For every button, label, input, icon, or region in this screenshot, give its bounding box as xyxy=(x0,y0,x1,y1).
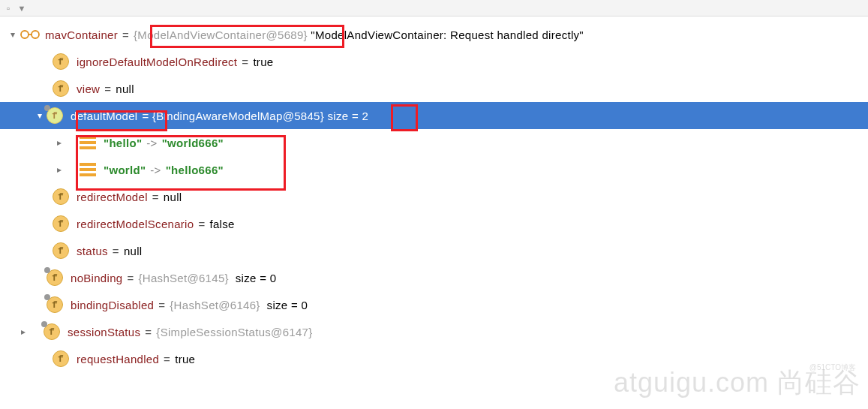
variable-type-prefix: = {BindingAwareModelMap@ xyxy=(143,110,295,122)
field-icon: f xyxy=(53,80,69,97)
variable-name: redirectModel xyxy=(77,191,148,203)
field-icon-wrapper: f xyxy=(47,269,63,286)
variable-value: "ModelAndViewContainer: Request handled … xyxy=(308,29,584,41)
map-key: "world" xyxy=(104,164,146,176)
field-icon: f xyxy=(53,188,69,205)
variable-name: view xyxy=(77,83,100,95)
variable-value: false xyxy=(209,218,234,230)
variable-value: size = 0 xyxy=(229,272,276,284)
expand-arrow-icon[interactable]: ▾ xyxy=(33,110,47,121)
variable-redirectModelScenario[interactable]: f redirectModelScenario = false xyxy=(0,210,868,237)
equals-sign: = xyxy=(122,29,129,41)
variable-view[interactable]: f view = null xyxy=(0,75,868,102)
equals-sign: = xyxy=(104,83,111,95)
variable-redirectModel[interactable]: f redirectModel = null xyxy=(0,183,868,210)
variable-type: {HashSet@6146} xyxy=(170,299,260,311)
map-arrow-icon: -> xyxy=(146,137,157,149)
variable-value: null xyxy=(124,245,143,257)
pin-icon xyxy=(44,294,50,300)
variable-value: null xyxy=(164,191,182,203)
variable-name: requestHandled xyxy=(77,353,159,365)
equals-sign: = xyxy=(152,191,159,203)
field-icon-wrapper: f xyxy=(44,323,60,340)
variable-type: {ModelAndViewContainer@5689} xyxy=(134,29,308,41)
variable-type-id: 5845 xyxy=(294,110,320,122)
equals-sign: = xyxy=(198,218,205,230)
pin-icon xyxy=(41,321,47,327)
map-value: "world666" xyxy=(162,137,224,149)
variable-name: mavContainer xyxy=(45,29,118,41)
map-entry-world[interactable]: ▸ "world" -> "hello666" xyxy=(0,156,868,183)
variable-name: bindingDisabled xyxy=(71,299,154,311)
variable-defaultModel[interactable]: ▾ f defaultModel = {BindingAwareModelMap… xyxy=(0,102,868,129)
debugger-toolbar: ▫ ▼ xyxy=(0,0,868,17)
variable-bindingDisabled[interactable]: ▸ f bindingDisabled = {HashSet@6146} siz… xyxy=(0,291,868,318)
field-icon-wrapper: f xyxy=(47,296,63,313)
equals-sign: = xyxy=(164,353,170,365)
equals-sign: = xyxy=(242,56,248,68)
variable-value: null xyxy=(116,83,134,95)
expand-arrow-icon[interactable]: ▾ xyxy=(6,29,20,40)
equals-sign: = xyxy=(113,245,119,257)
variable-name: ignoreDefaultModelOnRedirect xyxy=(77,56,237,68)
equals-sign: = xyxy=(145,326,152,338)
variable-type: {HashSet@6145} xyxy=(139,272,229,284)
toolbar-dropdown-icon[interactable]: ▼ xyxy=(15,2,29,15)
map-entry-icon xyxy=(80,161,96,178)
field-icon-wrapper: f xyxy=(47,107,63,124)
variable-sessionStatus[interactable]: ▸ f sessionStatus = {SimpleSessionStatus… xyxy=(0,318,868,345)
variable-name: status xyxy=(77,245,108,257)
variable-value: true xyxy=(175,353,195,365)
equals-sign: = xyxy=(127,272,134,284)
svg-point-0 xyxy=(21,31,29,38)
field-icon: f xyxy=(53,215,69,232)
variable-name: redirectModelScenario xyxy=(77,218,194,230)
watermark: atguigu.com 尚硅谷 xyxy=(614,365,860,401)
variables-tree: ▾ mavContainer = {ModelAndViewContainer@… xyxy=(0,17,868,372)
variable-noBinding[interactable]: ▸ f noBinding = {HashSet@6145} size = 0 xyxy=(0,264,868,291)
variable-name: sessionStatus xyxy=(68,326,140,338)
glasses-icon xyxy=(20,29,41,41)
variable-type-suffix: } size = 2 xyxy=(320,110,368,122)
variable-ignoreDefaultModelOnRedirect[interactable]: f ignoreDefaultModelOnRedirect = true xyxy=(0,48,868,75)
map-entry-hello[interactable]: ▸ "hello" -> "world666" xyxy=(0,129,868,156)
pin-icon xyxy=(44,267,50,273)
expand-arrow-icon[interactable]: ▸ xyxy=(17,326,30,337)
variable-name: defaultModel xyxy=(71,110,138,122)
map-key: "hello" xyxy=(104,137,142,149)
variable-value: size = 0 xyxy=(260,299,308,311)
svg-point-1 xyxy=(32,31,39,38)
field-icon: f xyxy=(53,242,69,259)
variable-type: {SimpleSessionStatus@6147} xyxy=(156,326,312,338)
map-value: "hello666" xyxy=(166,164,224,176)
field-icon: f xyxy=(47,107,63,124)
toolbar-layout-icon[interactable]: ▫ xyxy=(2,2,15,15)
map-entry-icon xyxy=(80,134,96,151)
field-icon: f xyxy=(53,350,69,367)
variable-mavContainer[interactable]: ▾ mavContainer = {ModelAndViewContainer@… xyxy=(0,21,868,48)
expand-arrow-icon[interactable]: ▸ xyxy=(53,137,66,148)
variable-status[interactable]: f status = null xyxy=(0,237,868,264)
map-arrow-icon: -> xyxy=(150,164,161,176)
equals-sign: = xyxy=(158,299,165,311)
expand-arrow-icon[interactable]: ▸ xyxy=(53,164,66,175)
field-icon: f xyxy=(53,53,69,70)
variable-value: true xyxy=(253,56,273,68)
variable-name: noBinding xyxy=(71,272,122,284)
